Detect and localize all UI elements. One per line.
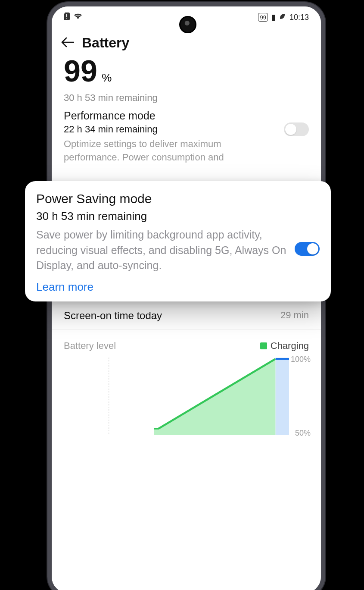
battery-level-chart: 100% 50% [64,358,309,435]
battery-percent-value: 99 [64,54,97,88]
performance-mode-title: Performance mode [64,110,278,122]
legend-square-icon [260,342,267,349]
charging-legend: Charging [260,340,309,351]
learn-more-link[interactable]: Learn more [36,280,320,294]
chart-ylabel-100: 100% [291,355,311,364]
performance-mode-subtitle: 22 h 34 min remaining [64,124,278,135]
performance-mode-toggle[interactable] [284,122,309,136]
charging-legend-text: Charging [271,340,309,351]
battery-remaining: 30 h 53 min remaining [64,92,309,104]
screen-on-time-label: Screen-on time today [64,310,162,322]
svg-rect-1 [66,18,67,19]
battery-level-label: Battery level [64,340,116,351]
screen-on-time-row[interactable]: Screen-on time today 29 min [52,303,321,330]
performance-mode-desc: Optimize settings to deliver maximum per… [64,138,278,164]
power-saving-mode-desc: Save power by limiting background app ac… [36,227,287,273]
battery-pill-icon: 99 [258,13,268,22]
front-camera [179,16,196,33]
back-arrow-icon[interactable] [61,37,74,50]
sim-alert-icon [64,13,70,22]
battery-percent-unit: % [102,71,112,84]
performance-mode-row[interactable]: Performance mode 22 h 34 min remaining O… [52,104,321,164]
chart-ylabel-50: 50% [295,429,311,438]
screen-on-time-value: 29 min [280,310,309,322]
leaf-icon [279,13,286,22]
power-saving-mode-title: Power Saving mode [36,191,320,206]
signal-icon: ▮ [271,13,276,22]
page-title: Battery [82,35,129,51]
power-saving-mode-card: Power Saving mode 30 h 53 min remaining … [25,181,331,301]
power-saving-mode-subtitle: 30 h 53 min remaining [36,210,320,223]
svg-rect-0 [66,14,67,17]
wifi-icon [73,13,83,22]
power-saving-mode-toggle[interactable] [295,242,320,256]
status-time: 10:13 [289,13,309,22]
